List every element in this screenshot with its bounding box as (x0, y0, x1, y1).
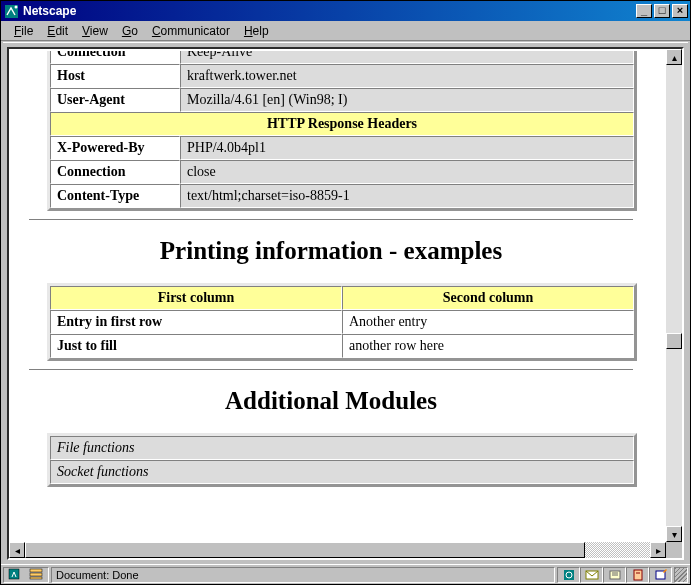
header-row-value: close (180, 160, 634, 184)
tray-mail-icon[interactable] (580, 567, 603, 583)
resize-grip[interactable] (674, 567, 688, 583)
component-bar-icon[interactable] (28, 567, 44, 583)
status-text: Document: Done (56, 569, 139, 581)
window-title: Netscape (23, 4, 636, 18)
vertical-scrollbar[interactable]: ▴ ▾ (666, 49, 682, 542)
tray-composer-icon[interactable] (649, 567, 672, 583)
title-bar: Netscape _ □ × (1, 1, 690, 21)
content-frame: Connection Keep-Alive Host kraftwerk.tow… (3, 42, 688, 564)
module-name: Socket functions (50, 460, 634, 484)
header-row-label: Connection (50, 51, 180, 64)
menu-bar: File Edit View Go Communicator Help (1, 21, 690, 41)
component-tray (557, 567, 672, 583)
cell: Just to fill (50, 334, 342, 358)
cell: Entry in first row (50, 310, 342, 334)
status-text-cell: Document: Done (51, 567, 555, 583)
header-row-label: X-Powered-By (50, 136, 180, 160)
tray-navigator-icon[interactable] (557, 567, 580, 583)
header-row-value: text/html;charset=iso-8859-1 (180, 184, 634, 208)
modules-heading: Additional Modules (11, 387, 651, 415)
scroll-thumb-h[interactable] (25, 542, 585, 558)
table-row: Just to fill another row here (50, 334, 634, 358)
scroll-left-button[interactable]: ◂ (9, 542, 25, 558)
svg-rect-5 (30, 577, 42, 579)
maximize-button[interactable]: □ (654, 4, 670, 18)
content-inset: Connection Keep-Alive Host kraftwerk.tow… (7, 47, 684, 560)
header-row-value: Mozilla/4.61 [en] (Win98; I) (180, 88, 634, 112)
horizontal-scrollbar[interactable]: ◂ ▸ (9, 542, 666, 558)
header-row-value: PHP/4.0b4pl1 (180, 136, 634, 160)
scrollbar-corner (666, 542, 682, 558)
header-row-value: kraftwerk.tower.net (180, 64, 634, 88)
app-window: Netscape _ □ × File Edit View Go Communi… (0, 0, 691, 585)
status-left (3, 567, 49, 583)
scroll-thumb[interactable] (666, 333, 682, 349)
col-header-2: Second column (342, 286, 634, 310)
menu-help[interactable]: Help (237, 23, 276, 39)
cell: Another entry (342, 310, 634, 334)
table-row: Entry in first row Another entry (50, 310, 634, 334)
close-button[interactable]: × (672, 4, 688, 18)
modules-table: File functions Socket functions (47, 433, 637, 487)
navigator-icon[interactable] (8, 567, 24, 583)
response-headers-title: HTTP Response Headers (50, 112, 634, 136)
menu-view[interactable]: View (75, 23, 115, 39)
scroll-down-button[interactable]: ▾ (666, 526, 682, 542)
scroll-track[interactable] (666, 65, 682, 526)
minimize-button[interactable]: _ (636, 4, 652, 18)
netscape-icon (3, 3, 19, 19)
window-buttons: _ □ × (636, 4, 688, 18)
page-body: Connection Keep-Alive Host kraftwerk.tow… (11, 51, 651, 515)
cell: another row here (342, 334, 634, 358)
svg-rect-3 (30, 569, 42, 572)
tray-news-icon[interactable] (603, 567, 626, 583)
menu-go[interactable]: Go (115, 23, 145, 39)
list-item: Socket functions (50, 460, 634, 484)
printing-examples-table: First column Second column Entry in firs… (47, 283, 637, 361)
scroll-track-h[interactable] (25, 542, 650, 558)
header-row-label: Host (50, 64, 180, 88)
svg-rect-2 (9, 569, 19, 579)
printing-heading: Printing information - examples (11, 237, 651, 265)
divider (29, 369, 633, 371)
menu-edit[interactable]: Edit (40, 23, 75, 39)
header-row-label: User-Agent (50, 88, 180, 112)
tray-addressbook-icon[interactable] (626, 567, 649, 583)
scroll-right-button[interactable]: ▸ (650, 542, 666, 558)
module-name: File functions (50, 436, 634, 460)
list-item: File functions (50, 436, 634, 460)
scroll-up-button[interactable]: ▴ (666, 49, 682, 65)
svg-rect-12 (634, 570, 642, 580)
header-row-label: Content-Type (50, 184, 180, 208)
svg-rect-4 (30, 573, 42, 576)
svg-point-1 (14, 5, 17, 8)
menu-communicator[interactable]: Communicator (145, 23, 237, 39)
menu-file[interactable]: File (7, 23, 40, 39)
col-header-1: First column (50, 286, 342, 310)
header-row-value: Keep-Alive (180, 51, 634, 64)
document-viewport: Connection Keep-Alive Host kraftwerk.tow… (11, 51, 664, 540)
http-headers-table: Connection Keep-Alive Host kraftwerk.tow… (47, 51, 637, 211)
status-bar: Document: Done (1, 564, 690, 584)
header-row-label: Connection (50, 160, 180, 184)
divider (29, 219, 633, 221)
